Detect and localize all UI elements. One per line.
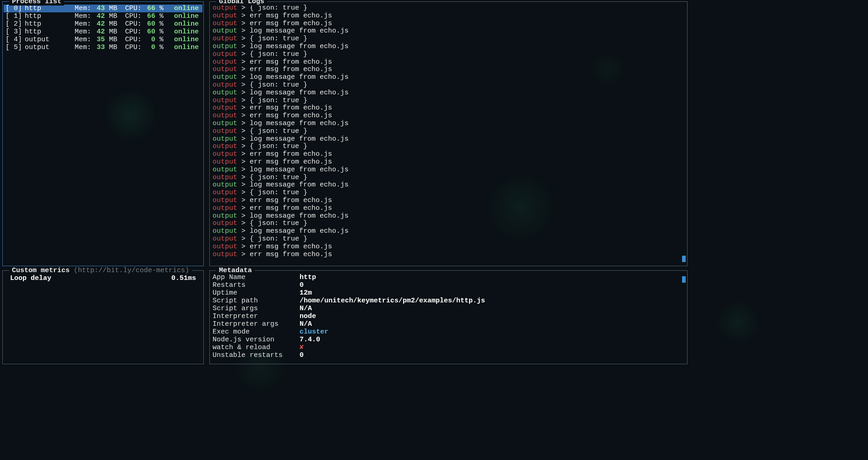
log-source: output	[213, 235, 237, 243]
process-mem-unit: MB	[105, 12, 116, 20]
process-cpu-unit: %	[155, 28, 164, 36]
log-source: output	[213, 27, 237, 35]
process-cpu-label: CPU:	[116, 36, 142, 44]
process-index: [ 0]	[5, 5, 25, 12]
log-source: output	[213, 212, 237, 220]
log-line: output > log message from echo.js	[211, 228, 686, 235]
process-cpu-label: CPU:	[116, 44, 142, 51]
log-source: output	[213, 227, 237, 235]
process-cpu-value: 0	[142, 44, 155, 51]
log-source: output	[213, 251, 237, 258]
log-source: output	[213, 181, 237, 189]
log-source: output	[213, 97, 237, 104]
log-message: > { json: true }	[237, 142, 307, 150]
log-source: output	[213, 66, 237, 73]
process-row[interactable]: [ 3]httpMem:42 MBCPU:60 %online	[4, 28, 202, 36]
metadata-row: Interpreter argsN/A	[211, 320, 686, 328]
process-name: output	[25, 36, 71, 44]
log-message: > log message from echo.js	[237, 73, 349, 81]
log-source: output	[213, 150, 237, 158]
log-source: output	[213, 120, 237, 127]
log-message: > { json: true }	[237, 35, 307, 43]
log-line: output > log message from echo.js	[211, 213, 686, 220]
log-line: output > log message from echo.js	[211, 120, 686, 128]
process-cpu-label: CPU:	[116, 5, 142, 12]
process-row[interactable]: [ 5]outputMem:33 MBCPU:0 %online	[4, 44, 202, 51]
log-source: output	[213, 142, 237, 150]
metadata-row: Restarts0	[211, 281, 686, 289]
log-message: > err msg from echo.js	[237, 66, 332, 73]
log-source: output	[213, 166, 237, 174]
process-index: [ 4]	[5, 36, 25, 44]
process-mem-label: Mem:	[71, 12, 91, 20]
process-row[interactable]: [ 2]httpMem:42 MBCPU:60 %online	[4, 20, 202, 28]
metadata-panel[interactable]: Metadata App NamehttpRestarts0Uptime12mS…	[209, 270, 688, 364]
process-status: online	[164, 44, 201, 51]
log-line: output > err msg from echo.js	[211, 66, 686, 74]
metadata-scrollbar-thumb[interactable]	[682, 276, 686, 283]
process-mem-unit: MB	[105, 5, 116, 12]
process-mem-unit: MB	[105, 28, 116, 36]
log-line: output > { json: true }	[211, 128, 686, 136]
log-line: output > { json: true }	[211, 35, 686, 43]
log-source: output	[213, 12, 237, 20]
metadata-title: Metadata	[216, 267, 255, 274]
process-row[interactable]: [ 1]httpMem:42 MBCPU:66 %online	[4, 12, 202, 20]
metadata-value: N/A	[300, 305, 312, 312]
log-message: > { json: true }	[237, 219, 307, 227]
log-source: output	[213, 58, 237, 66]
log-line: output > err msg from echo.js	[211, 112, 686, 120]
log-message: > err msg from echo.js	[237, 104, 332, 112]
process-status: online	[164, 12, 201, 20]
global-logs-panel[interactable]: Global Logs output > { json: true }outpu…	[209, 1, 688, 266]
metadata-row: Script argsN/A	[211, 305, 686, 312]
log-message: > log message from echo.js	[237, 120, 349, 127]
log-line: output > log message from echo.js	[211, 74, 686, 82]
log-line: output > err msg from echo.js	[211, 205, 686, 213]
process-row[interactable]: [ 4]outputMem:35 MBCPU:0 %online	[4, 36, 202, 44]
log-line: output > { json: true }	[211, 235, 686, 243]
log-line: output > { json: true }	[211, 5, 686, 12]
process-mem-value: 33	[91, 44, 105, 51]
log-line: output > log message from echo.js	[211, 43, 686, 51]
log-line: output > log message from echo.js	[211, 136, 686, 143]
log-source: output	[213, 73, 237, 81]
log-source: output	[213, 174, 237, 181]
process-mem-unit: MB	[105, 44, 116, 51]
process-list-panel[interactable]: Process list [ 0]httpMem:43 MBCPU:66 %on…	[2, 1, 204, 266]
process-name: http	[25, 5, 71, 12]
process-cpu-value: 66	[142, 12, 155, 20]
log-line: output > { json: true }	[211, 97, 686, 105]
log-line: output > log message from echo.js	[211, 181, 686, 189]
process-cpu-value: 0	[142, 36, 155, 44]
metadata-label: Uptime	[213, 289, 300, 297]
process-mem-value: 42	[91, 20, 105, 28]
log-message: > { json: true }	[237, 81, 307, 89]
log-line: output > { json: true }	[211, 82, 686, 89]
log-source: output	[213, 104, 237, 112]
log-source: output	[213, 89, 237, 97]
log-source: output	[213, 158, 237, 166]
metadata-label: Unstable restarts	[213, 351, 300, 359]
log-line: output > err msg from echo.js	[211, 20, 686, 28]
process-index: [ 3]	[5, 28, 25, 36]
log-line: output > { json: true }	[211, 143, 686, 151]
custom-metrics-panel[interactable]: Custom metrics (http://bit.ly/code-metri…	[2, 270, 204, 364]
metric-row: Loop delay0.51ms	[4, 274, 202, 283]
process-mem-value: 43	[91, 5, 105, 12]
metadata-row: Unstable restarts0	[211, 351, 686, 359]
log-line: output > log message from echo.js	[211, 166, 686, 174]
metadata-value: http	[300, 274, 316, 281]
log-line: output > err msg from echo.js	[211, 251, 686, 259]
process-row[interactable]: [ 0]httpMem:43 MBCPU:66 %online	[4, 5, 202, 12]
log-source: output	[213, 112, 237, 120]
process-mem-label: Mem:	[71, 28, 91, 36]
process-index: [ 2]	[5, 20, 25, 28]
log-line: output > err msg from echo.js	[211, 159, 686, 166]
logs-scrollbar-thumb[interactable]	[682, 256, 686, 262]
process-mem-value: 35	[91, 36, 105, 44]
metadata-value: /home/unitech/keymetrics/pm2/examples/ht…	[300, 297, 485, 305]
process-mem-unit: MB	[105, 20, 116, 28]
process-mem-unit: MB	[105, 36, 116, 44]
log-line: output > err msg from echo.js	[211, 12, 686, 20]
